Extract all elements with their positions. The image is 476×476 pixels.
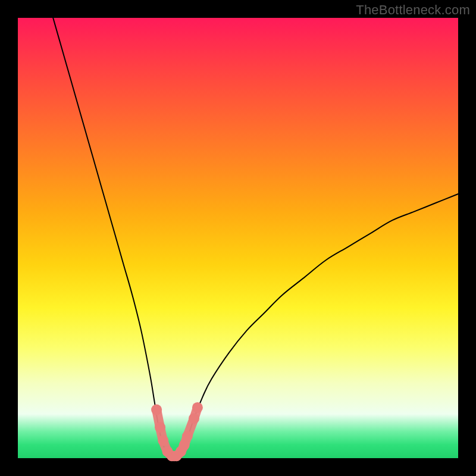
- plot-area: [18, 18, 458, 458]
- bottleneck-curve: [53, 18, 458, 459]
- chart-frame: TheBottleneck.com: [0, 0, 476, 476]
- marker-dots: [151, 402, 203, 461]
- watermark-text: TheBottleneck.com: [356, 2, 470, 18]
- svg-point-2: [158, 435, 168, 446]
- svg-point-8: [182, 431, 193, 441]
- svg-point-0: [151, 405, 162, 415]
- bottleneck-curve-svg: [18, 18, 458, 458]
- svg-point-1: [155, 422, 165, 433]
- svg-point-9: [189, 413, 199, 424]
- svg-point-10: [192, 402, 203, 413]
